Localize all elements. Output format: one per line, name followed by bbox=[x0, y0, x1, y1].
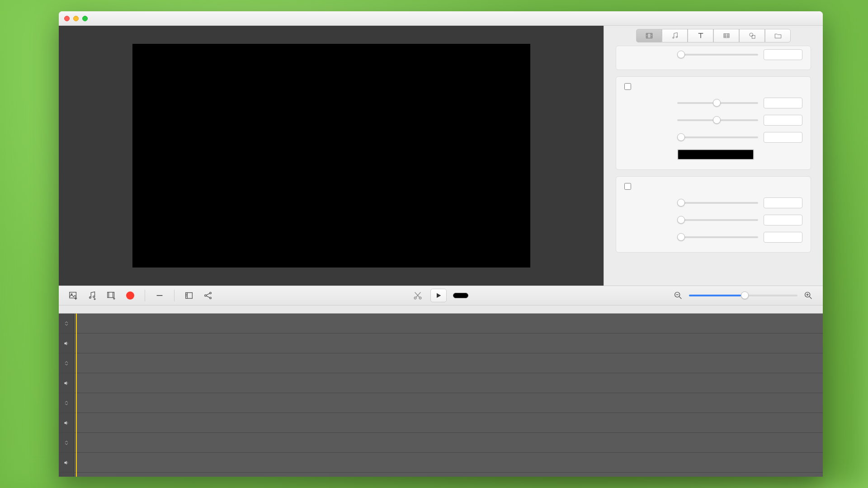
svg-point-19 bbox=[93, 296, 95, 298]
colorcontrols-checkbox[interactable] bbox=[624, 183, 631, 190]
svg-point-28 bbox=[205, 295, 207, 296]
zoom-slider[interactable] bbox=[689, 295, 797, 296]
timeline-tracks[interactable] bbox=[59, 314, 823, 477]
bottom-value[interactable] bbox=[764, 49, 802, 60]
playhead[interactable] bbox=[76, 314, 77, 477]
zoom-out-button[interactable] bbox=[672, 289, 684, 302]
svg-line-31 bbox=[206, 293, 209, 295]
svg-point-30 bbox=[210, 297, 212, 299]
svg-point-33 bbox=[414, 297, 416, 299]
track-audio-icon[interactable] bbox=[59, 453, 74, 472]
add-clip-button[interactable] bbox=[105, 289, 118, 302]
contrast-value[interactable] bbox=[764, 215, 802, 225]
svg-rect-9 bbox=[724, 34, 729, 38]
minimize-window-button[interactable] bbox=[73, 16, 79, 21]
track-expand-icon[interactable] bbox=[59, 314, 74, 333]
remove-button[interactable] bbox=[153, 289, 166, 302]
add-image-button[interactable] bbox=[67, 289, 80, 302]
tab-text[interactable] bbox=[688, 29, 713, 42]
offsety-value[interactable] bbox=[764, 115, 802, 126]
close-window-button[interactable] bbox=[64, 16, 70, 21]
toolbar bbox=[59, 286, 823, 305]
play-button[interactable] bbox=[430, 289, 447, 302]
offsetx-slider[interactable] bbox=[677, 102, 758, 104]
brightness-slider[interactable] bbox=[677, 202, 758, 204]
svg-point-7 bbox=[672, 37, 674, 38]
timeline-ruler[interactable] bbox=[59, 305, 823, 314]
svg-line-32 bbox=[206, 296, 209, 298]
track-expand-icon[interactable] bbox=[59, 353, 74, 373]
svg-line-41 bbox=[810, 297, 812, 299]
track-expand-icon[interactable] bbox=[59, 473, 74, 477]
svg-point-14 bbox=[750, 33, 753, 37]
saturation-value[interactable] bbox=[764, 232, 802, 243]
blur-value[interactable] bbox=[764, 132, 802, 143]
blur-slider[interactable] bbox=[677, 136, 758, 138]
svg-rect-24 bbox=[186, 293, 193, 299]
shadow-color-well[interactable] bbox=[677, 149, 754, 160]
tab-clips[interactable] bbox=[713, 29, 739, 42]
offsetx-value[interactable] bbox=[764, 98, 802, 108]
add-audio-button[interactable] bbox=[86, 289, 99, 302]
brightness-value[interactable] bbox=[764, 197, 802, 208]
video-canvas[interactable] bbox=[132, 44, 530, 267]
record-button[interactable] bbox=[124, 289, 137, 302]
offsety-slider[interactable] bbox=[677, 119, 758, 121]
app-window bbox=[59, 11, 823, 477]
tab-shapes[interactable] bbox=[739, 29, 765, 42]
zoom-in-button[interactable] bbox=[802, 289, 815, 302]
track-audio-icon[interactable] bbox=[59, 413, 74, 432]
track-expand-icon[interactable] bbox=[59, 433, 74, 452]
tab-files[interactable] bbox=[765, 29, 791, 42]
share-button[interactable] bbox=[202, 289, 214, 302]
inspector-panel bbox=[604, 26, 823, 286]
tab-video[interactable] bbox=[636, 29, 662, 42]
svg-point-34 bbox=[419, 297, 421, 299]
timecode-display bbox=[453, 293, 468, 298]
bottom-slider[interactable] bbox=[677, 54, 758, 56]
track-audio-icon[interactable] bbox=[59, 333, 74, 353]
zoom-window-button[interactable] bbox=[82, 16, 88, 21]
saturation-slider[interactable] bbox=[677, 236, 758, 238]
svg-rect-16 bbox=[70, 292, 76, 298]
svg-line-38 bbox=[679, 297, 682, 299]
properties-button[interactable] bbox=[183, 289, 195, 302]
titlebar bbox=[59, 11, 823, 26]
tab-audio[interactable] bbox=[662, 29, 688, 42]
svg-rect-0 bbox=[646, 33, 652, 38]
track-audio-icon[interactable] bbox=[59, 373, 74, 393]
track-expand-icon[interactable] bbox=[59, 393, 74, 413]
svg-point-29 bbox=[210, 292, 212, 294]
preview-area bbox=[59, 26, 604, 286]
contrast-slider[interactable] bbox=[677, 219, 758, 221]
svg-point-18 bbox=[90, 297, 91, 299]
shadow-checkbox[interactable] bbox=[624, 83, 631, 90]
svg-point-8 bbox=[676, 37, 677, 38]
cut-button[interactable] bbox=[411, 289, 424, 302]
